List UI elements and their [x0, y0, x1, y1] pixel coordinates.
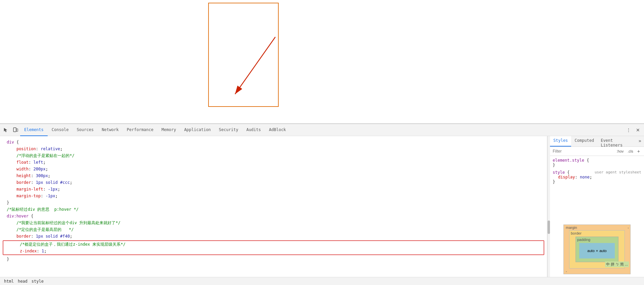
- svg-rect-3: [13, 128, 16, 132]
- devtools-panel: Elements Console Sources Network Perform…: [0, 124, 644, 285]
- code-line: /*都是定位的盒子，我们通过z-index 来实现层级关系*/: [3, 241, 544, 248]
- style-display-prop: display: none;: [553, 175, 641, 179]
- code-line: height: 300px;: [0, 172, 547, 179]
- tab-application[interactable]: Application: [180, 124, 215, 136]
- breadcrumb-style[interactable]: style: [30, 278, 45, 284]
- styles-filter-row: :hov .cls +: [550, 147, 644, 156]
- content-auto-x: auto: [587, 249, 594, 253]
- close-devtools-button[interactable]: ✕: [633, 125, 643, 135]
- svg-marker-2: [4, 128, 7, 132]
- styles-tab-styles[interactable]: Styles: [550, 136, 571, 147]
- more-tools-button[interactable]: ⋮: [624, 125, 633, 135]
- device-toolbar-button[interactable]: [11, 125, 20, 135]
- style-rule-closing: }: [553, 179, 641, 184]
- code-line: /*鼠标经过div 的意思 p:hover */: [0, 206, 547, 213]
- styles-content: element.style { } style { user agent sty…: [550, 156, 644, 222]
- content-x: ×: [596, 249, 598, 253]
- element-style-selector: element.style {: [553, 158, 641, 163]
- content-auto-y: auto: [599, 249, 606, 253]
- tab-security[interactable]: Security: [215, 124, 242, 136]
- browser-viewport: [0, 0, 644, 124]
- box-model-diagram: margin - - border padding auto ×: [563, 225, 631, 274]
- code-line: /*浮动的盒子是紧贴在一起的*/: [0, 152, 547, 159]
- code-line: }: [0, 256, 547, 262]
- inspect-element-button[interactable]: [1, 125, 11, 135]
- margin-label: margin: [566, 226, 577, 230]
- box-model-container: margin - - border padding auto ×: [550, 222, 644, 277]
- style-selector-row: style { user agent stylesheet: [553, 170, 641, 175]
- tab-elements[interactable]: Elements: [20, 124, 48, 136]
- styles-tabs: Styles Computed Event Listeners »: [550, 136, 644, 147]
- devtools-toolbar: Elements Console Sources Network Perform…: [0, 124, 644, 136]
- breadcrumb: html head style: [0, 277, 644, 285]
- devtools-main: div { position: relative; /*浮动的盒子是紧贴在一起的…: [0, 136, 644, 277]
- highlighted-element-box: [208, 3, 279, 107]
- tab-memory[interactable]: Memory: [157, 124, 180, 136]
- padding-box: padding auto × auto: [576, 237, 618, 262]
- ime-indicator: 中 拼 ㄅ 简 ...: [605, 261, 629, 267]
- code-line: margin-left: -1px;: [0, 186, 547, 193]
- styles-tab-computed[interactable]: Computed: [571, 136, 597, 147]
- highlighted-block: /*都是定位的盒子，我们通过z-index 来实现层级关系*/ z-index:…: [3, 240, 544, 255]
- border-label: border: [571, 231, 582, 235]
- code-line: }: [0, 199, 547, 206]
- code-line: border: 1px solid #ccc;: [0, 179, 547, 186]
- code-line: div:hover {: [0, 213, 547, 219]
- styles-tab-event-listeners[interactable]: Event Listeners: [597, 136, 636, 147]
- breadcrumb-head[interactable]: head: [16, 278, 29, 284]
- styles-filter-input[interactable]: [553, 149, 614, 154]
- content-box: auto × auto: [579, 243, 615, 258]
- svg-rect-4: [16, 129, 18, 131]
- tab-audits[interactable]: Audits: [242, 124, 265, 136]
- padding-label: padding: [577, 238, 590, 242]
- tab-performance[interactable]: Performance: [123, 124, 157, 136]
- code-line: float: left;: [0, 159, 547, 166]
- tab-sources[interactable]: Sources: [73, 124, 98, 136]
- code-line: margin-top: -1px;: [0, 193, 547, 199]
- tab-adblock[interactable]: AdBlock: [265, 124, 290, 136]
- element-style-rule: element.style { }: [553, 158, 641, 167]
- styles-panel: Styles Computed Event Listeners » :hov .…: [550, 136, 644, 277]
- elements-scrollbar[interactable]: [547, 136, 550, 277]
- devtools-toolbar-right: ⋮ ✕: [624, 125, 643, 135]
- styles-tab-more[interactable]: »: [636, 136, 644, 147]
- code-line: border: 1px solid #f40;: [0, 233, 547, 240]
- user-agent-style-rule: style { user agent stylesheet display: n…: [553, 170, 641, 184]
- margin-dash-bottom: -: [566, 269, 567, 273]
- element-style-closing: }: [553, 163, 641, 167]
- code-line: div {: [0, 139, 547, 146]
- margin-dash-top-right: -: [628, 226, 629, 230]
- filter-cls-button[interactable]: .cls: [626, 149, 635, 154]
- code-line: z-index: 1;: [3, 248, 544, 254]
- code-line: /*定位的盒子是最高层的 */: [0, 226, 547, 233]
- breadcrumb-html[interactable]: html: [3, 278, 15, 284]
- code-line: /*我要让当前鼠标经过的这个div 升到最高处来就好了*/: [0, 219, 547, 226]
- tab-network[interactable]: Network: [98, 124, 123, 136]
- filter-plus-button[interactable]: +: [636, 148, 641, 154]
- filter-hov-button[interactable]: :hov: [615, 149, 625, 154]
- tab-console[interactable]: Console: [48, 124, 73, 136]
- code-line: position: relative;: [0, 146, 547, 152]
- code-line: width: 200px;: [0, 166, 547, 172]
- elements-panel[interactable]: div { position: relative; /*浮动的盒子是紧贴在一起的…: [0, 136, 547, 277]
- devtools-tabs: Elements Console Sources Network Perform…: [20, 124, 624, 136]
